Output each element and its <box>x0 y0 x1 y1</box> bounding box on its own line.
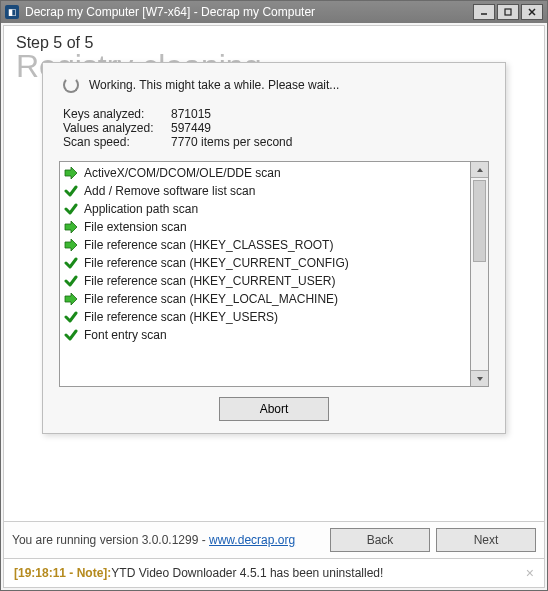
arrow-icon <box>64 220 78 234</box>
version-text: You are running version 3.0.0.1299 - www… <box>12 533 295 547</box>
list-item[interactable]: ActiveX/COM/DCOM/OLE/DDE scan <box>60 164 470 182</box>
check-icon <box>64 202 78 216</box>
list-item[interactable]: File reference scan (HKEY_LOCAL_MACHINE) <box>60 290 470 308</box>
client-area: Step 5 of 5 Registry cleaning Working. T… <box>3 25 545 588</box>
svg-marker-7 <box>65 293 77 305</box>
back-button[interactable]: Back <box>330 528 430 552</box>
list-item-label: File reference scan (HKEY_CURRENT_USER) <box>84 274 335 288</box>
arrow-icon <box>64 238 78 252</box>
values-value: 597449 <box>171 121 211 135</box>
list-item[interactable]: File reference scan (HKEY_CURRENT_CONFIG… <box>60 254 470 272</box>
list-item[interactable]: File reference scan (HKEY_CLASSES_ROOT) <box>60 236 470 254</box>
check-icon <box>64 328 78 342</box>
list-item-label: ActiveX/COM/DCOM/OLE/DDE scan <box>84 166 281 180</box>
list-item-label: File reference scan (HKEY_LOCAL_MACHINE) <box>84 292 338 306</box>
check-icon <box>64 274 78 288</box>
minimize-button[interactable] <box>473 4 495 20</box>
progress-dialog: Working. This might take a while. Please… <box>42 62 506 434</box>
spinner-icon <box>63 77 79 93</box>
list-item-label: Font entry scan <box>84 328 167 342</box>
list-item-label: File extension scan <box>84 220 187 234</box>
scan-list: ActiveX/COM/DCOM/OLE/DDE scanAdd / Remov… <box>59 161 471 387</box>
list-item-label: File reference scan (HKEY_USERS) <box>84 310 278 324</box>
next-button[interactable]: Next <box>436 528 536 552</box>
footer: You are running version 3.0.0.1299 - www… <box>4 521 544 559</box>
log-close-icon[interactable]: × <box>526 565 534 581</box>
svg-marker-6 <box>65 239 77 251</box>
scroll-thumb[interactable] <box>471 178 488 370</box>
list-item[interactable]: File reference scan (HKEY_USERS) <box>60 308 470 326</box>
list-item-label: Add / Remove software list scan <box>84 184 255 198</box>
list-item[interactable]: Add / Remove software list scan <box>60 182 470 200</box>
list-item[interactable]: Font entry scan <box>60 326 470 344</box>
check-icon <box>64 310 78 324</box>
svg-marker-9 <box>477 377 483 381</box>
website-link[interactable]: www.decrap.org <box>209 533 295 547</box>
arrow-icon <box>64 166 78 180</box>
check-icon <box>64 184 78 198</box>
titlebar: ◧ Decrap my Computer [W7-x64] - Decrap m… <box>1 1 547 23</box>
speed-value: 7770 items per second <box>171 135 292 149</box>
stats: Keys analyzed:871015 Values analyzed:597… <box>59 107 489 149</box>
maximize-button[interactable] <box>497 4 519 20</box>
list-item-label: File reference scan (HKEY_CLASSES_ROOT) <box>84 238 333 252</box>
spacer <box>4 434 544 521</box>
scroll-down-button[interactable] <box>471 370 488 386</box>
scrollbar[interactable] <box>471 161 489 387</box>
working-row: Working. This might take a while. Please… <box>59 77 489 93</box>
scroll-up-button[interactable] <box>471 162 488 178</box>
list-item-label: File reference scan (HKEY_CURRENT_CONFIG… <box>84 256 349 270</box>
log-row: [19:18:11 - Note]: YTD Video Downloader … <box>4 559 544 587</box>
window-title: Decrap my Computer [W7-x64] - Decrap my … <box>25 5 473 19</box>
values-label: Values analyzed: <box>63 121 171 135</box>
svg-marker-5 <box>65 221 77 233</box>
version-prefix: You are running version 3.0.0.1299 - <box>12 533 209 547</box>
check-icon <box>64 256 78 270</box>
list-item[interactable]: Application path scan <box>60 200 470 218</box>
arrow-icon <box>64 292 78 306</box>
app-window: ◧ Decrap my Computer [W7-x64] - Decrap m… <box>0 0 548 591</box>
speed-label: Scan speed: <box>63 135 171 149</box>
list-item[interactable]: File extension scan <box>60 218 470 236</box>
keys-value: 871015 <box>171 107 211 121</box>
abort-button[interactable]: Abort <box>219 397 329 421</box>
working-text: Working. This might take a while. Please… <box>89 78 339 92</box>
list-item-label: Application path scan <box>84 202 198 216</box>
dialog-buttons: Abort <box>59 387 489 421</box>
window-buttons <box>473 4 543 20</box>
list-item[interactable]: File reference scan (HKEY_CURRENT_USER) <box>60 272 470 290</box>
svg-rect-1 <box>505 9 511 15</box>
close-button[interactable] <box>521 4 543 20</box>
svg-marker-8 <box>477 168 483 172</box>
scan-list-wrap: ActiveX/COM/DCOM/OLE/DDE scanAdd / Remov… <box>59 161 489 387</box>
log-stamp: [19:18:11 - Note]: <box>14 566 111 580</box>
svg-marker-4 <box>65 167 77 179</box>
log-message: YTD Video Downloader 4.5.1 has been unin… <box>111 566 383 580</box>
app-icon: ◧ <box>5 5 19 19</box>
keys-label: Keys analyzed: <box>63 107 171 121</box>
